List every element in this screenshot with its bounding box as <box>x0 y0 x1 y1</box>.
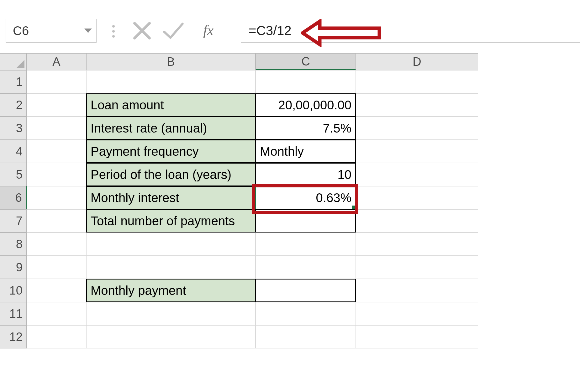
grid-row: 4 Payment frequency Monthly <box>0 140 580 163</box>
cell-d9[interactable] <box>356 256 478 279</box>
col-header-b[interactable]: B <box>86 53 256 70</box>
cell-d11[interactable] <box>356 302 478 325</box>
cancel-icon[interactable] <box>131 21 153 41</box>
row-header-4[interactable]: 4 <box>0 140 27 163</box>
cell-a3[interactable] <box>27 117 86 140</box>
label-monthly-interest[interactable]: Monthly interest <box>86 186 256 209</box>
label-monthly-payment[interactable]: Monthly payment <box>86 279 256 302</box>
grid-row: 10 Monthly payment <box>0 279 580 302</box>
cell-a5[interactable] <box>27 163 86 186</box>
value-loan-amount[interactable]: 20,00,000.00 <box>256 93 356 117</box>
grid-row: 5 Period of the loan (years) 10 <box>0 163 580 186</box>
select-all-corner[interactable] <box>0 53 27 70</box>
cell-a6[interactable] <box>27 186 86 209</box>
cell-a9[interactable] <box>27 256 86 279</box>
formula-bar-area: C6 fx <box>6 19 580 44</box>
cell-c11[interactable] <box>256 302 356 325</box>
cell-d6[interactable] <box>356 186 478 209</box>
col-header-c[interactable]: C <box>256 53 356 70</box>
cell-d5[interactable] <box>356 163 478 186</box>
row-header-12[interactable]: 12 <box>0 325 27 348</box>
enter-icon[interactable] <box>162 21 184 41</box>
grid-row: 2 Loan amount 20,00,000.00 <box>0 93 580 117</box>
row-header-6[interactable]: 6 <box>0 186 27 209</box>
row-header-1[interactable]: 1 <box>0 70 27 93</box>
row-header-8[interactable]: 8 <box>0 233 27 256</box>
name-box[interactable]: C6 <box>6 19 97 43</box>
label-loan-amount[interactable]: Loan amount <box>86 93 256 117</box>
label-interest-rate[interactable]: Interest rate (annual) <box>86 117 256 140</box>
cell-b1[interactable] <box>86 70 256 93</box>
cell-a4[interactable] <box>27 140 86 163</box>
grid-row: 7 Total number of payments <box>0 209 580 233</box>
column-header-row: A B C D <box>0 53 580 70</box>
cell-c12[interactable] <box>256 325 356 348</box>
value-monthly-interest[interactable]: 0.63% <box>256 186 356 209</box>
spreadsheet-grid[interactable]: A B C D 1 2 Loan amount 20,00,000.00 3 I… <box>0 53 580 348</box>
value-total-payments[interactable] <box>256 209 356 233</box>
cell-d10[interactable] <box>356 279 478 302</box>
cell-b9[interactable] <box>86 256 256 279</box>
grid-row: 6 Monthly interest 0.63% <box>0 186 580 209</box>
cell-a11[interactable] <box>27 302 86 325</box>
cell-d7[interactable] <box>356 209 478 233</box>
cell-b12[interactable] <box>86 325 256 348</box>
cell-a2[interactable] <box>27 93 86 117</box>
grid-row: 1 <box>0 70 580 93</box>
cell-c9[interactable] <box>256 256 356 279</box>
cell-a1[interactable] <box>27 70 86 93</box>
cell-d12[interactable] <box>356 325 478 348</box>
grid-row: 3 Interest rate (annual) 7.5% <box>0 117 580 140</box>
grid-row: 12 <box>0 325 580 348</box>
row-header-3[interactable]: 3 <box>0 117 27 140</box>
cell-c1[interactable] <box>256 70 356 93</box>
row-header-9[interactable]: 9 <box>0 256 27 279</box>
cell-d1[interactable] <box>356 70 478 93</box>
grid-row: 8 <box>0 233 580 256</box>
value-period[interactable]: 10 <box>256 163 356 186</box>
cell-a8[interactable] <box>27 233 86 256</box>
name-box-value: C6 <box>13 24 29 38</box>
cell-d2[interactable] <box>356 93 478 117</box>
cell-a10[interactable] <box>27 279 86 302</box>
formula-input[interactable] <box>248 23 573 39</box>
cell-b11[interactable] <box>86 302 256 325</box>
cell-d8[interactable] <box>356 233 478 256</box>
chevron-down-icon[interactable] <box>84 29 92 33</box>
cell-a7[interactable] <box>27 209 86 233</box>
cell-b8[interactable] <box>86 233 256 256</box>
cell-d4[interactable] <box>356 140 478 163</box>
cell-d3[interactable] <box>356 117 478 140</box>
cell-c8[interactable] <box>256 233 356 256</box>
row-header-11[interactable]: 11 <box>0 302 27 325</box>
col-header-a[interactable]: A <box>27 53 86 70</box>
fx-label[interactable]: fx <box>203 22 214 39</box>
label-period[interactable]: Period of the loan (years) <box>86 163 256 186</box>
label-payment-frequency[interactable]: Payment frequency <box>86 140 256 163</box>
value-interest-rate[interactable]: 7.5% <box>256 117 356 140</box>
row-header-10[interactable]: 10 <box>0 279 27 302</box>
row-header-2[interactable]: 2 <box>0 93 27 117</box>
cell-a12[interactable] <box>27 325 86 348</box>
formula-input-wrap[interactable] <box>241 19 580 43</box>
grid-row: 9 <box>0 256 580 279</box>
col-header-d[interactable]: D <box>356 53 478 70</box>
label-total-payments[interactable]: Total number of payments <box>86 209 256 233</box>
row-header-5[interactable]: 5 <box>0 163 27 186</box>
grid-row: 11 <box>0 302 580 325</box>
value-payment-frequency[interactable]: Monthly <box>256 140 356 163</box>
divider-dots-icon <box>112 25 116 38</box>
row-header-7[interactable]: 7 <box>0 209 27 233</box>
value-monthly-payment[interactable] <box>256 279 356 302</box>
